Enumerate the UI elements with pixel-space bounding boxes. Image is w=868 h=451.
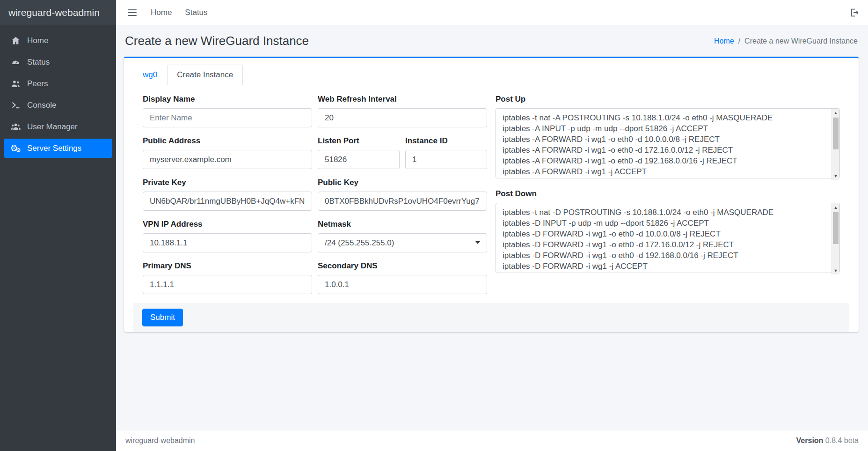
instance-id-input[interactable] (405, 150, 487, 169)
sidebar-item-label: Console (27, 101, 56, 110)
scroll-up-arrow[interactable]: ▲ (832, 203, 839, 211)
web-refresh-interval-label: Web Refresh Interval (318, 95, 487, 104)
page-title: Create a new WireGuard Instance (125, 34, 309, 48)
secondary-dns-label: Secondary DNS (318, 261, 487, 271)
submit-band: Submit (133, 303, 849, 332)
card-tabs: wg0 Create Instance (124, 58, 859, 85)
scroll-up-arrow[interactable]: ▲ (832, 109, 839, 117)
submit-button[interactable]: Submit (142, 309, 183, 326)
sidebar-item-status[interactable]: Status (4, 52, 112, 72)
sidebar-item-label: Status (27, 58, 50, 67)
terminal-icon (9, 100, 22, 110)
home-icon (9, 36, 22, 45)
sidebar-item-server-settings[interactable]: ⚙⚙ Server Settings (4, 139, 112, 158)
card-body: Display Name Web Refresh Interval Public… (124, 85, 859, 303)
top-navbar: Home Status (116, 0, 868, 25)
post-up-textarea[interactable]: iptables -t nat -A POSTROUTING -s 10.188… (496, 108, 840, 178)
breadcrumb: Home / Create a new WireGuard Instance (714, 37, 858, 45)
sidebar-item-home[interactable]: Home (4, 31, 112, 50)
public-key-input[interactable] (318, 192, 487, 211)
vpn-ip-label: VPN IP Address (143, 220, 312, 229)
scrollbar-track[interactable] (832, 117, 839, 172)
version-label: Version (796, 436, 824, 444)
public-address-label: Public Address (143, 136, 312, 146)
peers-icon (9, 79, 22, 89)
display-name-label: Display Name (143, 95, 312, 104)
listen-port-label: Listen Port (318, 136, 400, 146)
navbar-link-home[interactable]: Home (144, 8, 178, 17)
scrollbar-thumb[interactable] (833, 212, 839, 244)
users-icon (9, 122, 22, 132)
sidebar-item-peers[interactable]: Peers (4, 74, 112, 93)
scrollbar-thumb[interactable] (833, 118, 839, 149)
footer-version: Version 0.8.4 beta (796, 436, 859, 445)
sidebar-item-label: Peers (27, 79, 48, 89)
page-footer: wireguard-webadmin Version 0.8.4 beta (116, 430, 868, 451)
sidebar: wireguard-webadmin Home Status Peers Con… (0, 0, 116, 451)
post-down-label: Post Down (496, 189, 840, 199)
scrollbar-track[interactable] (832, 211, 839, 266)
version-value: 0.8.4 beta (825, 436, 859, 444)
brand-link[interactable]: wireguard-webadmin (0, 0, 116, 25)
sidebar-item-console[interactable]: Console (4, 96, 112, 115)
footer-app-name: wireguard-webadmin (125, 436, 195, 445)
post-up-label: Post Up (496, 95, 840, 104)
tab-wg0[interactable]: wg0 (133, 65, 167, 85)
primary-dns-label: Primary DNS (143, 261, 312, 271)
scroll-down-arrow[interactable]: ▼ (832, 266, 839, 274)
primary-dns-input[interactable] (143, 275, 312, 294)
post-up-scrollbar[interactable]: ▲ ▼ (832, 109, 839, 180)
instance-id-label: Instance ID (405, 136, 487, 146)
content-header: Create a new WireGuard Instance Home / C… (124, 34, 859, 48)
vpn-ip-input[interactable] (143, 233, 312, 252)
web-refresh-interval-input[interactable] (318, 108, 487, 127)
breadcrumb-current: Create a new WireGuard Instance (744, 37, 858, 45)
listen-port-input[interactable] (318, 150, 400, 169)
sign-out-icon[interactable] (849, 7, 859, 18)
netmask-label: Netmask (318, 220, 487, 229)
form-right-column: Post Up iptables -t nat -A POSTROUTING -… (496, 95, 840, 303)
private-key-label: Private Key (143, 178, 312, 187)
tab-create-instance[interactable]: Create Instance (167, 65, 243, 85)
netmask-select-wrap: /24 (255.255.255.0) (318, 233, 487, 252)
breadcrumb-separator: / (738, 37, 740, 45)
instance-card: wg0 Create Instance Display Name Web Ref… (124, 57, 859, 332)
sidebar-item-label: Server Settings (27, 144, 81, 153)
gears-icon: ⚙⚙ (9, 143, 22, 153)
sidebar-item-label: Home (27, 36, 48, 45)
navbar-link-status[interactable]: Status (178, 8, 214, 17)
display-name-input[interactable] (143, 108, 312, 127)
form-left-column: Display Name Web Refresh Interval Public… (143, 95, 487, 303)
public-address-input[interactable] (143, 150, 312, 169)
secondary-dns-input[interactable] (318, 275, 487, 294)
sidebar-nav: Home Status Peers Console User Manager (0, 25, 116, 166)
gauge-icon (9, 57, 22, 67)
scroll-down-arrow[interactable]: ▼ (832, 172, 839, 180)
sidebar-toggle-icon[interactable] (125, 7, 139, 19)
netmask-select[interactable]: /24 (255.255.255.0) (318, 233, 487, 252)
private-key-input[interactable] (143, 192, 312, 211)
post-down-scrollbar[interactable]: ▲ ▼ (832, 203, 839, 274)
breadcrumb-home-link[interactable]: Home (714, 37, 734, 45)
sidebar-item-label: User Manager (27, 122, 78, 132)
sidebar-item-user-manager[interactable]: User Manager (4, 117, 112, 136)
post-down-textarea[interactable]: iptables -t nat -D POSTROUTING -s 10.188… (496, 203, 840, 273)
main-column: Home Status Create a new WireGuard Insta… (116, 0, 868, 451)
public-key-label: Public Key (318, 178, 487, 187)
content-area: Create a new WireGuard Instance Home / C… (116, 25, 868, 430)
